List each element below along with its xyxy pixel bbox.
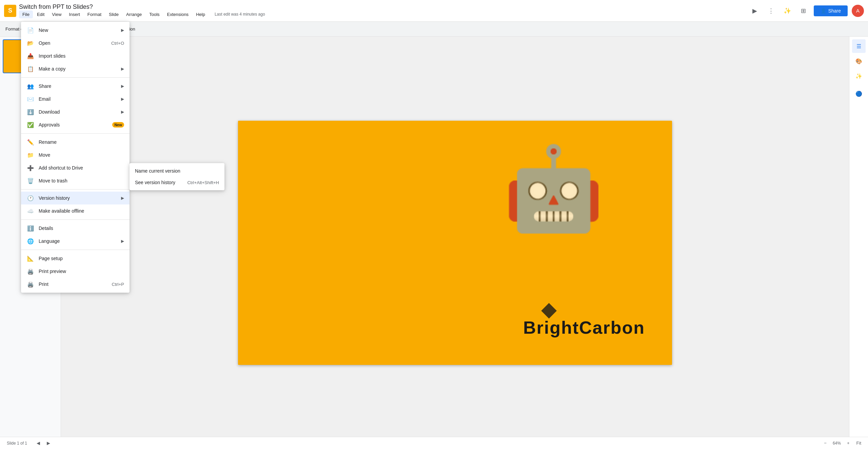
share-icon: 👤 xyxy=(821,8,826,14)
menu-edit[interactable]: Edit xyxy=(34,11,48,18)
menu-item-move[interactable]: 📁 Move xyxy=(21,149,130,161)
menu-item-rename[interactable]: ✏️ Rename xyxy=(21,136,130,149)
version-history-submenu: Name current version See version history… xyxy=(130,163,224,190)
menu-new-label: New xyxy=(39,27,118,33)
separator-3 xyxy=(21,189,130,190)
add-shortcut-icon: ➕ xyxy=(26,164,35,172)
menu-approvals-label: Approvals xyxy=(39,122,110,128)
page-setup-icon: 📐 xyxy=(26,254,35,262)
version-arrow: ▶ xyxy=(121,196,124,200)
share-arrow: ▶ xyxy=(121,84,124,89)
menu-move-label: Move xyxy=(39,152,124,158)
separator-5 xyxy=(21,250,130,250)
present-button[interactable]: ▶ xyxy=(749,5,761,17)
share-menu-icon: 👥 xyxy=(26,82,35,90)
menu-item-print[interactable]: 🖨️ Print Ctrl+P xyxy=(21,278,130,291)
menu-item-language[interactable]: 🌐 Language ▶ xyxy=(21,235,130,248)
menu-overlay[interactable] xyxy=(0,22,868,449)
import-icon: 📥 xyxy=(26,52,35,60)
menu-item-print-preview[interactable]: 🖨️ Print preview xyxy=(21,265,130,278)
top-right: ▶ ⋮ ✨ ⊞ 👤 Share A xyxy=(749,5,864,17)
email-icon: ✉️ xyxy=(26,95,35,103)
menu-item-version-history[interactable]: 🕐 Version history ▶ xyxy=(21,192,130,204)
see-history-shortcut: Ctrl+Alt+Shift+H xyxy=(187,180,219,185)
separator-4 xyxy=(21,219,130,220)
menu-print-preview-label: Print preview xyxy=(39,269,124,274)
submenu-see-history[interactable]: See version history Ctrl+Alt+Shift+H xyxy=(130,177,224,188)
menu-view[interactable]: View xyxy=(48,11,65,18)
new-arrow: ▶ xyxy=(121,28,124,33)
menu-slide[interactable]: Slide xyxy=(105,11,122,18)
menu-item-download[interactable]: ⬇️ Download ▶ xyxy=(21,105,130,118)
print-icon: 🖨️ xyxy=(26,280,35,288)
menu-language-label: Language xyxy=(39,238,118,244)
print-preview-icon: 🖨️ xyxy=(26,267,35,275)
menu-insert[interactable]: Insert xyxy=(65,11,83,18)
menu-format[interactable]: Format xyxy=(84,11,105,18)
menu-rename-label: Rename xyxy=(39,139,124,145)
menu-item-email[interactable]: ✉️ Email ▶ xyxy=(21,93,130,105)
submenu-name-current[interactable]: Name current version xyxy=(130,165,224,177)
open-shortcut: Ctrl+O xyxy=(111,41,124,46)
menu-item-approvals[interactable]: ✅ Approvals New xyxy=(21,118,130,131)
menu-help[interactable]: Help xyxy=(193,11,209,18)
offline-icon: ☁️ xyxy=(26,207,35,215)
email-arrow: ▶ xyxy=(121,97,124,101)
see-history-label: See version history xyxy=(135,180,187,185)
separator-1 xyxy=(21,77,130,78)
menu-item-offline[interactable]: ☁️ Make available offline xyxy=(21,204,130,217)
trash-icon: 🗑️ xyxy=(26,177,35,185)
share-button[interactable]: 👤 Share xyxy=(814,5,848,16)
menu-trash-label: Move to trash xyxy=(39,178,124,183)
app-logo: S xyxy=(4,5,16,17)
menu-page-setup-label: Page setup xyxy=(39,256,124,261)
menu-tools[interactable]: Tools xyxy=(146,11,163,18)
approvals-badge: New xyxy=(112,122,124,128)
menu-item-add-shortcut[interactable]: ➕ Add shortcut to Drive xyxy=(21,161,130,174)
print-shortcut: Ctrl+P xyxy=(112,282,124,287)
last-edit: Last edit was 4 minutes ago xyxy=(215,12,265,17)
menu-item-share[interactable]: 👥 Share ▶ xyxy=(21,80,130,93)
move-icon: 📁 xyxy=(26,151,35,159)
menu-extensions[interactable]: Extensions xyxy=(164,11,192,18)
menu-item-open[interactable]: 📂 Open Ctrl+O xyxy=(21,37,130,50)
menu-share-label: Share xyxy=(39,83,118,89)
open-icon: 📂 xyxy=(26,39,35,47)
menu-item-page-setup[interactable]: 📐 Page setup xyxy=(21,252,130,265)
doc-title: Switch from PPT to Slides? xyxy=(19,3,265,11)
download-icon: ⬇️ xyxy=(26,108,35,116)
app-logo-icon: S xyxy=(8,7,12,14)
menu-open-label: Open xyxy=(39,40,106,46)
approvals-icon: ✅ xyxy=(26,121,35,129)
menu-file[interactable]: File xyxy=(19,11,33,18)
more-options-button[interactable]: ⋮ xyxy=(765,5,777,17)
rename-icon: ✏️ xyxy=(26,138,35,146)
menu-offline-label: Make available offline xyxy=(39,208,124,214)
menu-item-import[interactable]: 📥 Import slides xyxy=(21,50,130,62)
details-icon: ℹ️ xyxy=(26,224,35,232)
apps-button[interactable]: ⊞ xyxy=(797,5,810,17)
copy-icon: 📋 xyxy=(26,65,35,73)
new-icon: 📄 xyxy=(26,26,35,34)
menu-version-label: Version history xyxy=(39,195,118,201)
name-current-label: Name current version xyxy=(135,168,219,174)
copy-arrow: ▶ xyxy=(121,66,124,71)
menu-arrange[interactable]: Arrange xyxy=(123,11,145,18)
menu-download-label: Download xyxy=(39,109,118,115)
menu-item-move-trash[interactable]: 🗑️ Move to trash xyxy=(21,174,130,187)
doc-title-area: Switch from PPT to Slides? File Edit Vie… xyxy=(19,3,265,18)
menu-details-label: Details xyxy=(39,226,124,231)
menu-print-label: Print xyxy=(39,281,106,287)
menu-item-details[interactable]: ℹ️ Details xyxy=(21,222,130,235)
menu-copy-label: Make a copy xyxy=(39,66,118,72)
menu-item-make-copy[interactable]: 📋 Make a copy ▶ xyxy=(21,62,130,75)
ai-button[interactable]: ✨ xyxy=(781,5,793,17)
menu-import-label: Import slides xyxy=(39,53,124,59)
menu-item-new[interactable]: 📄 New ▶ xyxy=(21,24,130,37)
menu-bar: File Edit View Insert Format Slide Arran… xyxy=(19,11,265,18)
separator-2 xyxy=(21,133,130,134)
version-icon: 🕐 xyxy=(26,194,35,202)
avatar[interactable]: A xyxy=(852,5,864,17)
top-bar: S Switch from PPT to Slides? File Edit V… xyxy=(0,0,868,22)
menu-add-shortcut-label: Add shortcut to Drive xyxy=(39,165,124,171)
